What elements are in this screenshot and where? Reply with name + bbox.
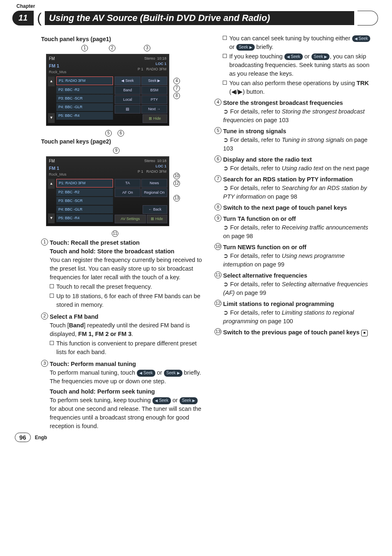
item-13: 13 Switch to the previous page of touch … (214, 328, 376, 337)
radio-panel-page1: FM FM 1 Rock_Mus Stereo 10:18 LOC 1 P 1 … (46, 54, 169, 126)
item-6-ref: For details, refer to Using radio text o… (223, 164, 376, 173)
seek-left-pill-icon: ◀Seek (284, 53, 303, 60)
num-5-icon: 5 (214, 127, 221, 134)
item-12: 12 Limit stations to regional programmin… (214, 300, 376, 326)
callout-10: 10 (173, 173, 180, 179)
af-button[interactable]: AF On (115, 188, 141, 197)
next-button[interactable]: Next → (141, 105, 167, 114)
item-2-body: Touch [Band] repeatedly until the desire… (50, 321, 202, 338)
panel2-wrap: 9 FM FM 1 Rock_Mus Stereo 10:18 LOC 1 P … (41, 149, 202, 236)
left-column: Touch panel keys (page1) 1 2 3 FM FM 1 R… (41, 33, 202, 431)
page-number: 96 (15, 433, 31, 442)
num-12-icon: 12 (214, 300, 221, 307)
item-6: 6 Display and store the radio text For d… (214, 155, 376, 173)
regional-button[interactable]: Regional On (141, 188, 167, 197)
square-bullet-icon (50, 294, 54, 298)
stop-key-icon: ■ (361, 330, 368, 336)
news-button[interactable]: News (141, 179, 167, 188)
seek-right-pill-icon: Seek▶ (164, 370, 182, 377)
item-11-ref: For details, refer to Selecting alternat… (223, 280, 376, 297)
item-10: 10 Turn NEWS function on or off For deta… (214, 243, 376, 269)
preset-down-icon[interactable]: ▼ (48, 213, 55, 223)
item-1: 1 Touch: Recall the preset station Touch… (41, 239, 202, 310)
panel2-stereo: Stereo (144, 159, 155, 163)
square-bullet-icon (50, 341, 54, 345)
item-4-ref: For details, refer to Storing the strong… (223, 107, 376, 125)
panel-fm1: FM 1 (49, 63, 67, 70)
item-12-ref: For details, refer to Limiting stations … (223, 308, 376, 326)
bsm-button[interactable]: BSM (141, 86, 167, 95)
preset-row[interactable]: P3: BBC -SCR (56, 197, 113, 205)
panel-radio3fm: RADIO 3FM (146, 67, 166, 71)
right-b2: If you keep touching ◀Seek or Seek▶, you… (229, 52, 376, 78)
item-7-ref: For details, refer to Searching for an R… (223, 184, 376, 201)
callout-5: 5 (105, 130, 112, 137)
num-7-icon: 7 (214, 175, 221, 182)
preset-row[interactable]: P4: BBC -GLR (56, 103, 113, 111)
panel-time: 10:18 (157, 56, 166, 60)
band-button[interactable]: Band (115, 86, 141, 95)
preset-up-icon[interactable]: ▲ (48, 179, 55, 189)
seek-left-pill-icon: ◀◀ SeekSeek (137, 370, 155, 377)
item-10-title: Turn NEWS function on or off (223, 243, 376, 252)
item-13-title: Switch to the previous page of touch pan… (223, 328, 376, 337)
square-bullet-icon (50, 284, 54, 288)
preset-row[interactable]: P1: RADIO 3FM (56, 76, 113, 85)
item-2-title: Select a FM band (50, 313, 202, 321)
preset-row[interactable]: P5: BBC -R4 (56, 112, 113, 120)
callout-11: 11 (112, 230, 118, 237)
panel2-p1: P 1 (138, 169, 143, 174)
hide-button-2[interactable]: ⊠ Hide (147, 215, 167, 223)
item-1-b1: Touch to recall the preset frequency. (56, 283, 152, 291)
preset-up-icon[interactable]: ▲ (48, 76, 55, 86)
item-5: 5 Tune in strong signals For details, re… (214, 127, 376, 153)
local-button[interactable]: Local (115, 95, 141, 104)
ta-button[interactable]: TA (115, 179, 141, 188)
preset-row[interactable]: P1: RADIO 3FM (56, 179, 113, 188)
text-button[interactable]: ▤ (115, 105, 141, 114)
seek-right-pill-icon: Seek▶ (180, 397, 198, 404)
item-9: 9 Turn TA function on or off For details… (214, 215, 376, 241)
square-bullet-icon (223, 54, 227, 58)
radio-panel-page2: FM FM 1 Rock_Mus Stereo 10:18 LOC 1 P 1 … (46, 156, 169, 226)
page-footer: 96 Engb (15, 433, 47, 442)
panel2-rockmus: Rock_Mus (49, 172, 67, 177)
seek-left-pill-icon: ◀Seek (152, 397, 171, 404)
item-7: 7 Search for an RDS station by PTY infor… (214, 175, 376, 201)
preset-down-icon[interactable]: ▼ (48, 113, 55, 123)
panel-loc: LOC 1 (138, 61, 166, 67)
callout-1: 1 (81, 45, 88, 51)
right-b3: You can also perform these operations by… (229, 79, 376, 96)
callout-13: 13 (173, 195, 180, 202)
preset-row[interactable]: P3: BBC -SCR (56, 95, 113, 102)
callout-9: 9 (113, 147, 120, 154)
av-settings-button[interactable]: AV Settings (115, 215, 146, 223)
preset-row[interactable]: P4: BBC -GLR (56, 206, 113, 213)
hide-button[interactable]: ⊠ Hide (143, 114, 167, 123)
callout-3: 3 (144, 45, 150, 51)
item-9-ref: For details, refer to Receiving traffic … (223, 223, 376, 241)
seek-right-pill-icon: Seek▶ (311, 53, 330, 60)
seek-left-button[interactable]: ◀ Seek (115, 76, 141, 85)
back-button[interactable]: ← Back (143, 205, 167, 214)
preset-row[interactable]: P2: BBC -R2 (56, 86, 113, 94)
panel2-loc: LOC 1 (138, 164, 166, 169)
seek-right-button[interactable]: Seek ▶ (141, 76, 167, 85)
preset-row[interactable]: P5: BBC -R4 (56, 214, 113, 222)
page-header: 11 ( Using the AV Source (Built-in DVD D… (12, 10, 378, 26)
preset-row[interactable]: P2: BBC -R2 (56, 188, 113, 196)
seek-left-pill-icon: ◀Seek (352, 35, 371, 42)
panel1-caption: Touch panel keys (page1) (41, 35, 202, 43)
preset-list-2: P1: RADIO 3FM P2: BBC -R2 P3: BBC -SCR P… (56, 179, 113, 223)
panel2-fm1: FM 1 (49, 165, 67, 172)
num-10-icon: 10 (214, 243, 221, 250)
num-11-icon: 11 (214, 271, 221, 278)
square-bullet-icon (223, 36, 227, 40)
callout-4: 4 (173, 78, 180, 84)
pty-button[interactable]: PTY (141, 95, 167, 104)
item-3-body-b: To perform seek tuning, keep touching ◀S… (50, 396, 202, 431)
callout-12: 12 (173, 180, 180, 187)
item-1-body: You can register the frequency currently… (50, 256, 202, 282)
panel-rockmus: Rock_Mus (49, 70, 67, 75)
item-1-b2: Up to 18 stations, 6 for each of three F… (56, 292, 202, 309)
